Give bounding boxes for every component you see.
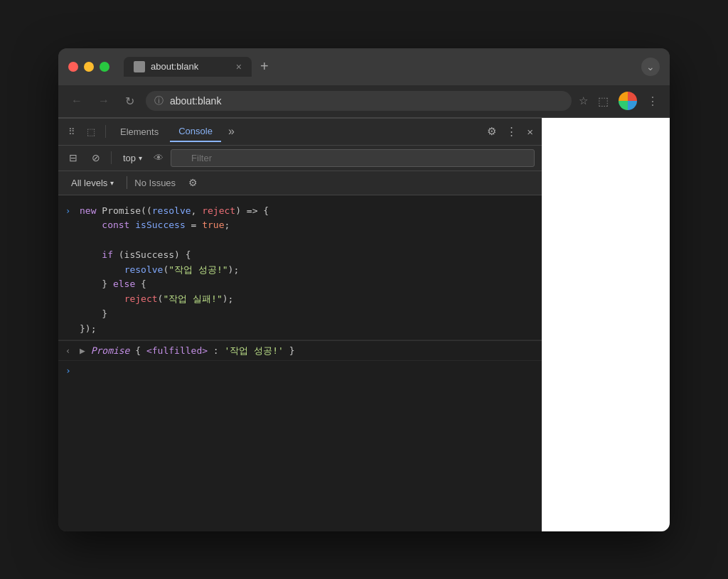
tab-bar: about:blank × + (124, 57, 634, 77)
levels-arrow: ▾ (110, 179, 114, 187)
devtools-close-icon[interactable]: × (524, 123, 536, 141)
close-button[interactable] (68, 62, 78, 72)
tab-dropdown-button[interactable]: ⌄ (641, 58, 660, 76)
console-levels-bar: All levels ▾ No Issues ⚙ (58, 171, 542, 195)
console-entry-code: › new Promise((resolve, reject) => { con… (58, 201, 542, 340)
tab-console[interactable]: Console (170, 121, 221, 142)
inspect-icon[interactable]: ⠿ (64, 124, 80, 140)
tab-elements[interactable]: Elements (112, 122, 167, 141)
profile-avatar[interactable] (619, 92, 637, 110)
toolbar-icons: ⬚ ⋮ (595, 92, 661, 111)
eye-icon[interactable]: 👁 (154, 152, 164, 163)
tab-close-icon[interactable]: × (236, 61, 242, 72)
console-input-line: › (58, 361, 542, 380)
devtools-panel: ⠿ ⬚ Elements Console » ⚙ ⋮ × ⊟ ⊘ top (58, 118, 542, 531)
extensions-icon[interactable]: ⬚ (595, 92, 611, 111)
tab-favicon (134, 61, 145, 72)
issues-settings-icon[interactable]: ⚙ (188, 177, 198, 188)
active-tab[interactable]: about:blank × (124, 57, 252, 77)
result-gutter: ‹ (65, 345, 80, 357)
console-prompt-icon: › (65, 365, 71, 376)
console-clear-icon[interactable]: ⊘ (88, 150, 104, 166)
console-output: › new Promise((resolve, reject) => { con… (58, 195, 542, 531)
code-block: new Promise((resolve, reject) => { const… (80, 204, 535, 337)
issues-label: No Issues (134, 178, 176, 188)
levels-dropdown[interactable]: All levels ▾ (65, 175, 119, 190)
devtools-settings-icon[interactable]: ⚙ (484, 122, 499, 141)
tab-title: about:blank (151, 61, 230, 72)
toolbar-separator (111, 151, 112, 164)
menu-icon[interactable]: ⋮ (644, 92, 661, 111)
minimize-button[interactable] (84, 62, 94, 72)
result-triangle[interactable]: ▶ (80, 345, 85, 356)
tab-separator (105, 125, 106, 138)
filter-input[interactable] (171, 149, 535, 167)
address-input[interactable]: about:blank (146, 91, 572, 111)
title-bar: about:blank × + ⌄ (58, 48, 670, 85)
forward-button[interactable]: → (94, 92, 114, 110)
levels-label: All levels (71, 178, 107, 188)
result-colon: : (213, 345, 225, 356)
context-label: top (123, 153, 136, 163)
back-button[interactable]: ← (67, 92, 87, 110)
maximize-button[interactable] (100, 62, 109, 72)
result-value: '작업 성공!' (225, 345, 284, 356)
devtools-area: ⠿ ⬚ Elements Console » ⚙ ⋮ × ⊟ ⊘ top (58, 118, 670, 531)
console-entry-result: ‹ ▶ Promise { <fulfilled> : '작업 성공!' } (58, 340, 542, 362)
device-icon[interactable]: ⬚ (82, 124, 100, 140)
entry-gutter-arrow: › (65, 205, 80, 217)
result-promise-kw: Promise (91, 345, 136, 356)
bookmark-icon[interactable]: ☆ (579, 94, 588, 107)
entry-content-code: new Promise((resolve, reject) => { const… (80, 204, 535, 337)
result-brace-open: { (135, 345, 141, 356)
devtools-more-icon[interactable]: ⋮ (503, 122, 520, 141)
reload-button[interactable]: ↻ (121, 92, 139, 111)
result-fulfilled: <fulfilled> (146, 345, 208, 356)
console-sidebar-icon[interactable]: ⊟ (65, 150, 81, 166)
result-content: ▶ Promise { <fulfilled> : '작업 성공!' } (80, 344, 535, 358)
devtools-tabs: ⠿ ⬚ Elements Console » ⚙ ⋮ × (58, 119, 542, 146)
console-input[interactable] (80, 365, 535, 376)
context-selector[interactable]: top ▾ (119, 151, 146, 165)
new-tab-button[interactable]: + (256, 58, 273, 75)
browser-window: about:blank × + ⌄ ← → ↻ ⓘ about:blank ☆ … (58, 48, 670, 531)
input-gutter-arrow: › (65, 365, 80, 376)
address-wrapper: ⓘ about:blank (146, 91, 572, 111)
filter-wrapper: ⊳ (171, 149, 535, 167)
page-content (542, 118, 670, 531)
levels-separator (127, 176, 127, 189)
console-toolbar: ⊟ ⊘ top ▾ 👁 ⊳ (58, 146, 542, 171)
devtools-actions: ⚙ ⋮ × (484, 122, 536, 141)
address-bar: ← → ↻ ⓘ about:blank ☆ ⬚ ⋮ (58, 85, 670, 118)
traffic-lights (68, 62, 109, 72)
context-arrow: ▾ (139, 154, 142, 162)
tab-more-icon[interactable]: » (224, 122, 239, 141)
result-brace-close: } (289, 345, 295, 356)
